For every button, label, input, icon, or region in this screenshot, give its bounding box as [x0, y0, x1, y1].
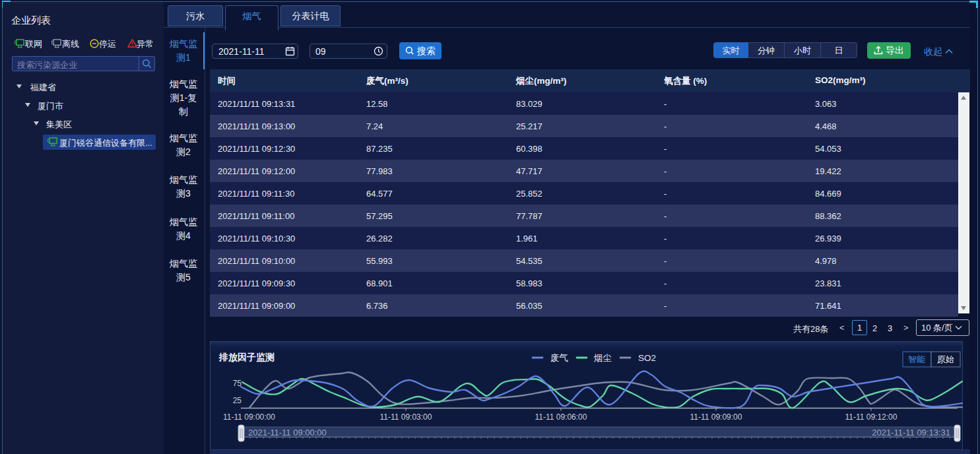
svg-text:11-11 09:12:00: 11-11 09:12:00 [845, 412, 898, 422]
svg-text:原始: 原始 [937, 354, 954, 364]
svg-text:2021-11-11 09:13:31: 2021-11-11 09:13:31 [872, 428, 950, 438]
svg-text:排放因子监测: 排放因子监测 [218, 352, 275, 363]
svg-text:废气: 废气 [550, 353, 568, 363]
svg-text:11-11 09:03:00: 11-11 09:03:00 [380, 412, 432, 422]
svg-text:25: 25 [233, 396, 242, 405]
svg-text:SO2: SO2 [638, 353, 656, 363]
svg-text:11-11 09:00:00: 11-11 09:00:00 [223, 412, 275, 422]
svg-text:智能: 智能 [908, 354, 925, 364]
svg-text:2021-11-11 09:00:00: 2021-11-11 09:00:00 [248, 428, 327, 438]
svg-text:11-11 09:06:00: 11-11 09:06:00 [535, 412, 587, 422]
svg-text:烟尘: 烟尘 [593, 353, 612, 363]
svg-text:11-11 09:09:00: 11-11 09:09:00 [690, 412, 742, 422]
